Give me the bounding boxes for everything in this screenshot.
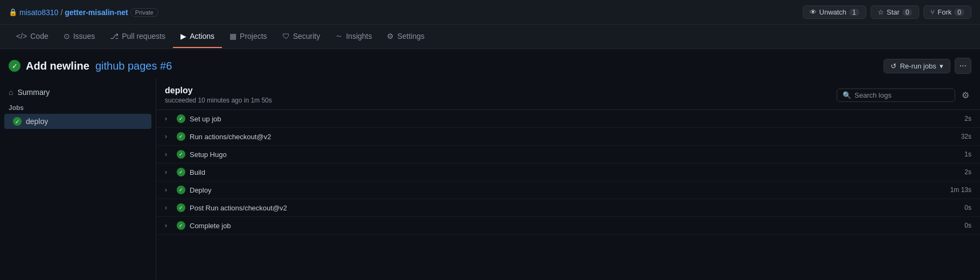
step-left: › ✓ Post Run actions/checkout@v2 bbox=[165, 203, 287, 212]
workflow-title-row: ✓ Add newline github pages #6 bbox=[9, 60, 172, 72]
search-logs-box[interactable]: 🔍 bbox=[837, 88, 955, 102]
step-name: Run actions/checkout@v2 bbox=[190, 133, 271, 141]
rerun-dropdown-icon: ▾ bbox=[940, 62, 943, 70]
step-duration: 2s bbox=[964, 115, 971, 122]
summary-label: Summary bbox=[17, 88, 50, 97]
log-settings-button[interactable]: ⚙ bbox=[960, 88, 971, 103]
rerun-icon: ↺ bbox=[891, 62, 896, 70]
tab-security[interactable]: 🛡 Security bbox=[275, 25, 328, 48]
search-logs-input[interactable] bbox=[854, 91, 949, 99]
step-success-icon: ✓ bbox=[177, 221, 185, 230]
summary-link[interactable]: ⌂ Summary bbox=[0, 85, 156, 100]
chevron-right-icon: › bbox=[165, 151, 172, 158]
step-success-icon: ✓ bbox=[177, 203, 185, 212]
deploy-subtitle: succeeded 10 minutes ago in 1m 50s bbox=[165, 97, 272, 104]
tab-pull-requests[interactable]: ⎇ Pull requests bbox=[102, 25, 173, 48]
tab-issues[interactable]: ⊙ Issues bbox=[56, 25, 102, 48]
projects-icon: ▦ bbox=[230, 32, 237, 40]
step-duration: 32s bbox=[961, 133, 971, 140]
deploy-title: deploy bbox=[165, 86, 272, 95]
job-name-deploy: deploy bbox=[26, 117, 48, 126]
fork-icon: ⑂ bbox=[930, 8, 935, 16]
step-name: Complete job bbox=[190, 222, 231, 230]
step-name: Build bbox=[190, 168, 205, 176]
deploy-info: deploy succeeded 10 minutes ago in 1m 50… bbox=[165, 86, 272, 104]
repo-owner-link[interactable]: misato8310 bbox=[19, 8, 58, 17]
home-icon: ⌂ bbox=[9, 88, 13, 97]
workflow-header: ✓ Add newline github pages #6 ↺ Re-run j… bbox=[0, 49, 980, 78]
step-row[interactable]: › ✓ Post Run actions/checkout@v2 0s bbox=[156, 199, 980, 217]
step-success-icon: ✓ bbox=[177, 150, 185, 159]
step-row[interactable]: › ✓ Complete job 0s bbox=[156, 217, 980, 235]
tab-insights-label: Insights bbox=[346, 32, 372, 40]
actions-icon: ▶ bbox=[180, 32, 186, 40]
job-item-deploy[interactable]: ✓ deploy bbox=[4, 114, 151, 129]
tab-projects[interactable]: ▦ Projects bbox=[222, 25, 275, 48]
step-left: › ✓ Deploy bbox=[165, 186, 211, 194]
step-row[interactable]: › ✓ Set up job 2s bbox=[156, 110, 980, 128]
security-icon: 🛡 bbox=[282, 32, 290, 40]
unwatch-label: Unwatch bbox=[819, 8, 847, 16]
step-row[interactable]: › ✓ Setup Hugo 1s bbox=[156, 146, 980, 163]
main-layout: ⌂ Summary Jobs ✓ deploy deploy succeeded… bbox=[0, 78, 980, 279]
repo-name-link[interactable]: getter-misalin-net bbox=[65, 8, 128, 17]
more-options-button[interactable]: ··· bbox=[955, 58, 971, 74]
pull-requests-icon: ⎇ bbox=[110, 32, 119, 40]
tab-actions-label: Actions bbox=[190, 32, 214, 40]
star-icon: ☆ bbox=[878, 8, 884, 16]
step-success-icon: ✓ bbox=[177, 186, 185, 194]
rerun-jobs-button[interactable]: ↺ Re-run jobs ▾ bbox=[884, 59, 950, 73]
step-name: Post Run actions/checkout@v2 bbox=[190, 204, 287, 212]
step-duration: 0s bbox=[964, 222, 971, 229]
step-name: Setup Hugo bbox=[190, 151, 227, 159]
tab-insights[interactable]: ～ Insights bbox=[328, 25, 379, 49]
tab-actions[interactable]: ▶ Actions bbox=[173, 25, 222, 48]
code-icon: </> bbox=[16, 32, 27, 40]
step-success-icon: ✓ bbox=[177, 168, 185, 176]
deploy-header: deploy succeeded 10 minutes ago in 1m 50… bbox=[156, 78, 980, 110]
private-badge: Private bbox=[130, 8, 158, 17]
top-nav-actions: 👁 Unwatch 1 ☆ Star 0 ⑂ Fork 0 bbox=[803, 5, 971, 19]
step-list: › ✓ Set up job 2s › ✓ Run actions/checko… bbox=[156, 110, 980, 235]
tab-projects-label: Projects bbox=[240, 32, 267, 40]
step-duration: 1s bbox=[964, 151, 971, 158]
tab-code[interactable]: </> Code bbox=[9, 25, 56, 48]
chevron-right-icon: › bbox=[165, 222, 172, 229]
fork-count: 0 bbox=[954, 9, 964, 16]
chevron-right-icon: › bbox=[165, 168, 172, 176]
repo-separator: / bbox=[60, 8, 62, 17]
step-left: › ✓ Set up job bbox=[165, 114, 221, 123]
step-left: › ✓ Build bbox=[165, 168, 205, 176]
step-left: › ✓ Setup Hugo bbox=[165, 150, 227, 159]
step-duration: 1m 13s bbox=[950, 186, 971, 194]
tab-issues-label: Issues bbox=[73, 32, 95, 40]
issues-icon: ⊙ bbox=[64, 32, 70, 40]
fork-button[interactable]: ⑂ Fork 0 bbox=[923, 5, 971, 19]
step-row[interactable]: › ✓ Build 2s bbox=[156, 163, 980, 181]
secondary-nav: </> Code ⊙ Issues ⎇ Pull requests ▶ Acti… bbox=[0, 25, 980, 49]
workflow-run-link[interactable]: github pages #6 bbox=[95, 60, 172, 72]
chevron-right-icon: › bbox=[165, 133, 172, 140]
workflow-title-prefix: Add newline bbox=[26, 60, 89, 72]
workflow-status-icon: ✓ bbox=[9, 60, 20, 72]
chevron-right-icon: › bbox=[165, 204, 172, 211]
repo-title: 🔒 misato8310 / getter-misalin-net Privat… bbox=[9, 8, 158, 17]
step-row[interactable]: › ✓ Deploy 1m 13s bbox=[156, 181, 980, 199]
tab-pull-requests-label: Pull requests bbox=[122, 32, 165, 40]
content-area: deploy succeeded 10 minutes ago in 1m 50… bbox=[156, 78, 980, 279]
eye-icon: 👁 bbox=[810, 8, 817, 16]
repo-info: 🔒 misato8310 / getter-misalin-net Privat… bbox=[9, 8, 158, 17]
step-name: Set up job bbox=[190, 115, 221, 123]
chevron-right-icon: › bbox=[165, 186, 172, 194]
more-dots-icon: ··· bbox=[960, 61, 967, 70]
step-row[interactable]: › ✓ Run actions/checkout@v2 32s bbox=[156, 128, 980, 146]
unwatch-button[interactable]: 👁 Unwatch 1 bbox=[803, 5, 866, 19]
step-name: Deploy bbox=[190, 186, 211, 194]
star-count: 0 bbox=[902, 9, 913, 16]
tab-settings[interactable]: ⚙ Settings bbox=[379, 25, 432, 48]
star-button[interactable]: ☆ Star 0 bbox=[871, 5, 920, 19]
tab-settings-label: Settings bbox=[397, 32, 425, 40]
rerun-label: Re-run jobs bbox=[900, 62, 936, 70]
fork-label: Fork bbox=[937, 8, 951, 16]
step-left: › ✓ Run actions/checkout@v2 bbox=[165, 132, 271, 141]
